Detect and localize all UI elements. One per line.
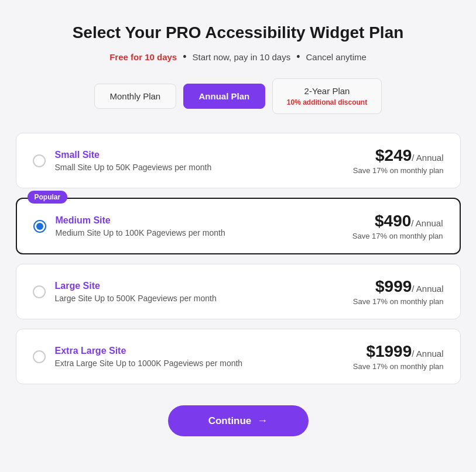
plan-price-medium: $490/ Annual [352,212,443,230]
plan-price-extra-large: $1999/ Annual [353,342,444,361]
radio-small[interactable] [33,154,46,167]
price-period-large: / Annual [412,284,443,294]
plan-info-medium: Medium Site Medium Site Up to 100K Pagev… [56,215,343,237]
subtitle-row: Free for 10 days • Start now, pay in 10 … [16,51,461,62]
plan-name-large: Large Site [55,281,344,291]
continue-button[interactable]: Continue → [168,405,309,436]
plan-info-large: Large Site Large Site Up to 500K Pagevie… [55,281,344,303]
plan-desc-extra-large: Extra Large Site Up to 1000K Pageviews p… [55,359,344,368]
radio-extra-large[interactable] [33,350,46,363]
dot-1: • [183,51,186,62]
plan-pricing-small: $249/ Annual Save 17% on monthly plan [353,146,444,175]
plan-save-large: Save 17% on monthly plan [353,297,444,306]
plan-desc-small: Small Site Up to 50K Pageviews per month [55,163,344,172]
subtitle-part2: Cancel anytime [306,52,366,62]
arrow-icon: → [257,415,268,427]
price-amount-extra-large: $1999 [366,342,412,360]
subtitle-part1: Start now, pay in 10 days [193,52,291,62]
plan-desc-large: Large Site Up to 500K Pageviews per mont… [55,294,344,303]
page-title: Select Your PRO Accessibility Widget Pla… [16,23,461,42]
plan-price-large: $999/ Annual [353,277,444,296]
two-year-label: 2-Year Plan [304,86,350,96]
radio-medium[interactable] [33,220,46,233]
plan-price-small: $249/ Annual [353,146,444,165]
price-amount-large: $999 [375,277,412,295]
plan-info-small: Small Site Small Site Up to 50K Pageview… [55,150,344,172]
free-trial-text: Free for 10 days [109,52,177,62]
plan-pricing-large: $999/ Annual Save 17% on monthly plan [353,277,444,306]
plan-save-medium: Save 17% on monthly plan [352,232,443,240]
continue-label: Continue [208,415,252,427]
plan-name-medium: Medium Site [56,215,343,226]
tab-two-year[interactable]: 2-Year Plan 10% additional discount [272,78,382,114]
price-amount-medium: $490 [375,212,411,230]
price-period-medium: / Annual [411,218,443,228]
dot-2: • [296,51,300,62]
main-container: Select Your PRO Accessibility Widget Pla… [16,23,461,436]
plan-info-extra-large: Extra Large Site Extra Large Site Up to … [55,346,344,368]
popular-badge: Popular [28,191,68,204]
radio-inner-medium [36,223,43,230]
plan-pricing-medium: $490/ Annual Save 17% on monthly plan [352,212,443,240]
price-amount-small: $249 [375,146,412,164]
plan-save-small: Save 17% on monthly plan [353,166,444,175]
tab-annual[interactable]: Annual Plan [183,84,265,109]
price-period-small: / Annual [412,153,443,163]
plan-desc-medium: Medium Site Up to 100K Pageviews per mon… [56,228,343,237]
plan-pricing-extra-large: $1999/ Annual Save 17% on monthly plan [353,342,444,371]
plan-card-small[interactable]: Small Site Small Site Up to 50K Pageview… [16,133,461,188]
plan-save-extra-large: Save 17% on monthly plan [353,362,444,371]
plan-name-extra-large: Extra Large Site [55,346,344,356]
two-year-discount: 10% additional discount [287,98,367,106]
plan-card-extra-large[interactable]: Extra Large Site Extra Large Site Up to … [16,329,461,384]
plan-name-small: Small Site [55,150,344,160]
price-period-extra-large: / Annual [412,349,443,359]
plan-card-medium[interactable]: Popular Medium Site Medium Site Up to 10… [16,198,461,254]
tab-monthly[interactable]: Monthly Plan [94,84,176,109]
radio-large[interactable] [33,285,46,298]
plan-card-large[interactable]: Large Site Large Site Up to 500K Pagevie… [16,264,461,319]
plan-tabs: Monthly Plan Annual Plan 2-Year Plan 10%… [16,78,461,114]
